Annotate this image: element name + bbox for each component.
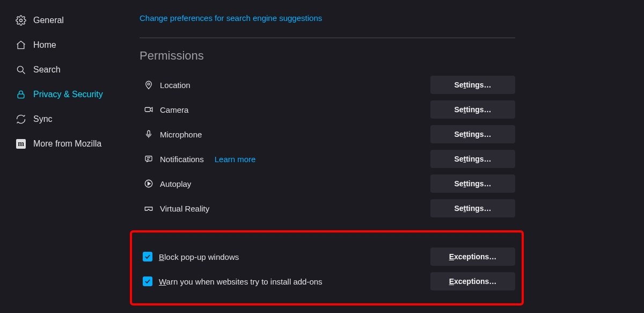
permission-row-autoplay: Autoplay Settings… xyxy=(140,171,515,196)
section-divider xyxy=(140,38,515,38)
sidebar: General Home Search Privacy & Security S… xyxy=(0,0,129,313)
sidebar-item-label: Home xyxy=(33,40,56,50)
sidebar-item-label: Sync xyxy=(33,114,53,124)
permission-row-notifications: Notifications Learn more Settings… xyxy=(140,147,515,171)
permission-label: Autoplay xyxy=(160,179,191,188)
settings-button-microphone[interactable]: Settings… xyxy=(430,125,515,143)
main-content: Change preferences for search engine sug… xyxy=(129,0,644,313)
svg-rect-6 xyxy=(145,156,152,161)
permission-label: Camera xyxy=(160,105,188,114)
svg-rect-5 xyxy=(148,130,150,135)
settings-button-location[interactable]: Settings… xyxy=(430,76,515,94)
svg-rect-4 xyxy=(145,107,150,112)
search-icon xyxy=(15,64,27,76)
sidebar-item-sync[interactable]: Sync xyxy=(0,107,129,132)
autoplay-icon xyxy=(143,178,155,190)
settings-button-vr[interactable]: Settings… xyxy=(430,199,515,217)
checkbox-label: Warn you when websites try to install ad… xyxy=(159,277,323,286)
sidebar-item-label: More from Mozilla xyxy=(33,139,101,149)
svg-point-1 xyxy=(17,66,23,72)
sync-icon xyxy=(15,113,27,125)
permission-row-camera: Camera Settings… xyxy=(140,97,515,122)
microphone-icon xyxy=(143,128,155,140)
checkbox-row-block-popups: Block pop-up windows Exceptions… xyxy=(140,244,515,269)
section-title-permissions: Permissions xyxy=(140,49,623,63)
sidebar-item-label: Search xyxy=(33,65,61,75)
settings-button-notifications[interactable]: Settings… xyxy=(430,150,515,168)
permission-label: Virtual Reality xyxy=(160,204,209,213)
permission-label: Microphone xyxy=(160,130,202,139)
svg-point-0 xyxy=(20,19,23,22)
lock-icon xyxy=(15,89,27,100)
settings-button-autoplay[interactable]: Settings… xyxy=(430,174,515,193)
camera-icon xyxy=(143,104,155,115)
sidebar-item-privacy-security[interactable]: Privacy & Security xyxy=(0,82,129,107)
sidebar-item-label: Privacy & Security xyxy=(33,90,103,99)
svg-point-3 xyxy=(148,83,150,85)
permission-label: Location xyxy=(160,81,191,90)
learn-more-link[interactable]: Learn more xyxy=(215,155,256,164)
mozilla-icon: m xyxy=(15,138,27,150)
sidebar-item-home[interactable]: Home xyxy=(0,33,129,57)
sidebar-item-general[interactable]: General xyxy=(0,8,129,33)
location-icon xyxy=(143,79,155,91)
permission-label: Notifications xyxy=(160,155,204,164)
vr-icon xyxy=(143,202,155,214)
exceptions-button-popups[interactable]: Exceptions… xyxy=(430,248,515,266)
permission-row-vr: Virtual Reality Settings… xyxy=(140,196,515,221)
sidebar-item-search[interactable]: Search xyxy=(0,57,129,82)
home-icon xyxy=(15,39,27,51)
notifications-icon xyxy=(143,153,155,165)
checkbox-block-popups[interactable] xyxy=(143,252,152,261)
settings-button-camera[interactable]: Settings… xyxy=(430,100,515,119)
permission-row-microphone: Microphone Settings… xyxy=(140,122,515,147)
gear-icon xyxy=(15,14,27,26)
search-suggestions-link[interactable]: Change preferences for search engine sug… xyxy=(140,13,322,23)
highlight-annotation: Block pop-up windows Exceptions… Warn yo… xyxy=(130,230,524,305)
sidebar-item-more-mozilla[interactable]: m More from Mozilla xyxy=(0,132,129,156)
checkbox-row-warn-addons: Warn you when websites try to install ad… xyxy=(140,269,515,294)
svg-rect-2 xyxy=(18,94,24,98)
permission-row-location: Location Settings… xyxy=(140,72,515,97)
sidebar-item-label: General xyxy=(33,16,64,25)
exceptions-button-addons[interactable]: Exceptions… xyxy=(430,272,515,290)
checkbox-label: Block pop-up windows xyxy=(159,252,239,261)
checkbox-warn-addons[interactable] xyxy=(143,276,152,286)
